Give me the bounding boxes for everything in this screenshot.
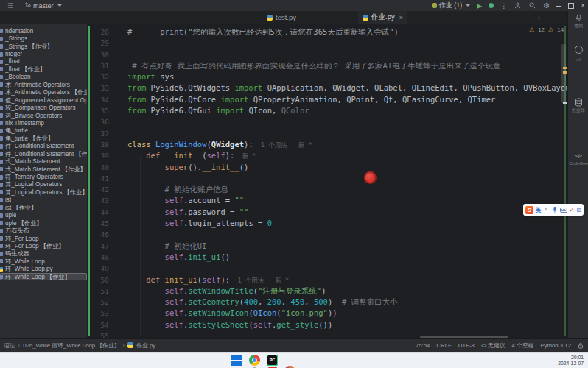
code-line[interactable]: 47 # 初始化UI [87, 241, 567, 252]
tree-item[interactable]: uple 【作业】 [0, 219, 87, 227]
code-line[interactable]: 37 [87, 128, 567, 139]
ai-assistant-toolbutton[interactable]: AI [568, 43, 588, 62]
taskbar-clock[interactable]: 20:01 2024-12-07 [558, 355, 584, 367]
tree-item[interactable]: 运_Bitwise Operators [0, 112, 87, 119]
main-menu-icon[interactable]: ☰ [7, 2, 13, 10]
tree-item[interactable]: _Boolean [0, 74, 87, 81]
tree-item[interactable]: 符_Ternary Operators [0, 173, 87, 180]
code-line[interactable]: 50 def init_ui(self): 1 个用法 新 * [87, 275, 567, 286]
tab-zuoye-py[interactable]: 作业.py × [358, 11, 407, 24]
tree-item[interactable]: 件_Conditional Statement 【作业】 [0, 150, 87, 158]
code-line[interactable]: 48 self.init_ui() [87, 252, 567, 263]
notifications-toolbutton[interactable]: 通知 [568, 14, 588, 29]
maximize-button[interactable] [568, 3, 574, 9]
pycharm-icon[interactable]: PC [267, 355, 278, 366]
tree-item[interactable]: 术_Arithmetic Operators [0, 81, 87, 88]
breadcrumb-file[interactable]: 作业.py [136, 342, 155, 350]
line-separator[interactable]: CRLF [436, 342, 451, 349]
code-line[interactable]: 28# print("您的输入次数已经达到5次，请您在365天后重新输入尝试") [87, 26, 567, 38]
code-line[interactable]: 41 [87, 173, 567, 184]
close-button[interactable]: × [581, 1, 585, 10]
indent-setting[interactable]: 4 个空格 [511, 342, 533, 350]
git-branch-widget[interactable]: master [25, 2, 62, 10]
user-icon[interactable] [514, 1, 522, 10]
tree-item[interactable]: 环_For Loop 【作业】 [0, 242, 87, 250]
code-line[interactable]: 32import sys [87, 71, 567, 82]
file-encoding[interactable]: UTF-8 [458, 342, 475, 349]
code-line[interactable]: 46 [87, 229, 567, 240]
suggestions-widget[interactable]: <> 无建议 [481, 342, 505, 350]
tree-item[interactable]: 式_Match Statement [0, 158, 87, 165]
microphone-icon[interactable] [552, 206, 558, 213]
tree-item[interactable]: _float 【作业】 [0, 66, 87, 73]
vertical-scrollbar[interactable] [561, 44, 566, 103]
check-icon[interactable]: ✓ [570, 206, 575, 214]
breadcrumb-project[interactable]: 语法 [4, 342, 15, 350]
start-button[interactable] [231, 355, 242, 366]
code-line[interactable]: 35from PySide6.QtGui import QIcon, QColo… [87, 105, 567, 116]
tree-item[interactable]: nix Timestamp [0, 119, 87, 127]
code-line[interactable]: 33from PySide6.QtWidgets import QApplica… [87, 82, 567, 93]
tree-item[interactable]: uple [0, 212, 87, 219]
tree-item[interactable]: 环_While Loop.py [0, 266, 87, 273]
tab-options-icon[interactable]: ⋮ [536, 13, 542, 21]
tab-test-py[interactable]: test.py [262, 11, 301, 24]
tree-item[interactable]: ist [0, 197, 87, 204]
toolbox-grid-icon[interactable]: ⊞ [576, 206, 581, 214]
code-line[interactable]: 29 [87, 38, 567, 49]
code-line[interactable]: 44 self.password = "" [87, 207, 567, 218]
breadcrumb-folder[interactable]: 026_While 循环_While Loop 【作业】 [23, 342, 119, 350]
tree-item[interactable]: 件_Conditional Statement [0, 143, 87, 150]
sogou-logo-icon[interactable]: S [525, 206, 533, 214]
debug-button[interactable] [489, 3, 494, 8]
tree-item[interactable]: _Strings [0, 35, 87, 42]
codegeex-toolbutton[interactable]: </> CodeGee [568, 147, 588, 166]
tree-item[interactable]: 环_While Loop [0, 258, 87, 265]
code-line[interactable]: 43 self.account = "" [87, 195, 567, 206]
code-line[interactable]: 45 self.login_attempts = 0 [87, 218, 567, 229]
tree-item[interactable]: 龟_turtle [0, 127, 87, 135]
minimize-button[interactable] [556, 5, 561, 7]
code-line[interactable]: 51 self.setWindowTitle("注册与登录系统") [87, 286, 567, 297]
tree-item[interactable]: 较_Comparison Operators [0, 104, 87, 111]
search-icon[interactable] [528, 1, 536, 10]
tree-item[interactable]: 算_Logical Operators 【作业】 [0, 188, 87, 196]
sogou-input-toolbar[interactable]: S 英 丶 ✓ ⊞ [523, 204, 584, 216]
run-button[interactable]: ▶ [477, 2, 482, 10]
code-line[interactable]: 38class LoginWindow(QWidget): 1 个用法 新 * [87, 139, 567, 150]
tree-item[interactable]: ndentation [0, 27, 87, 35]
tree-item[interactable]: _float [0, 58, 87, 66]
tree-item[interactable]: nteger [0, 50, 87, 57]
tree-item[interactable]: 术_Arithmetic Operators 【作业】 [0, 89, 87, 96]
code-line[interactable]: 34from PySide6.QtCore import QPropertyAn… [87, 94, 567, 105]
language-toggle[interactable]: 英 [536, 206, 542, 214]
code-line[interactable]: 54 self.setStyleSheet(self.get_style()) [87, 319, 567, 330]
keyboard-icon[interactable] [560, 208, 567, 213]
tree-item[interactable]: 算_Logical Operators [0, 181, 87, 188]
tree-item[interactable]: 值_Augmented Assignment Operators [0, 96, 87, 104]
code-line[interactable]: 30 [87, 49, 567, 60]
code-line[interactable]: 49 [87, 263, 567, 274]
code-line[interactable]: 36 [87, 116, 567, 127]
run-config-selector[interactable]: 作业 (1) [432, 1, 471, 10]
python-interpreter[interactable]: Python 3.12 [540, 342, 571, 349]
tree-item[interactable]: 式_Match Statement 【作业】 [0, 166, 87, 173]
editor-pane[interactable]: 28# print("您的输入次数已经达到5次，请您在365天后重新输入尝试")… [87, 24, 567, 338]
code-line[interactable]: 42 # 初始化账户信息 [87, 184, 567, 195]
tree-item[interactable]: 码生成器 [0, 250, 87, 258]
tree-item[interactable]: _Strings 【作业】 [0, 43, 87, 50]
code-line[interactable]: 31 # 有点好奇 我上面写的代码用图形界面实现会是什么样的？ 采用了多家AI电… [87, 60, 567, 71]
tree-item[interactable]: ist 【作业】 [0, 204, 87, 211]
settings-gear-icon[interactable]: ⚙ [543, 1, 550, 10]
code-line[interactable]: 40 super().__init__() [87, 162, 567, 173]
more-actions-icon[interactable]: ⋮ [500, 2, 507, 10]
lock-icon[interactable] [578, 342, 584, 349]
tree-item[interactable]: 环_While Loop 【作业】 [0, 273, 87, 280]
caret-position[interactable]: 75:54 [416, 342, 430, 349]
tree-item[interactable]: 龟_turtle 【作业】 [0, 135, 87, 142]
tree-item[interactable]: 环_For Loop [0, 235, 87, 242]
chrome-icon[interactable] [249, 355, 260, 366]
punctuation-icon[interactable]: 丶 [544, 206, 550, 214]
tree-item[interactable]: 刀石头布 [0, 227, 87, 234]
code-line[interactable]: 53 self.setWindowIcon(QIcon("icon.png")) [87, 308, 567, 319]
